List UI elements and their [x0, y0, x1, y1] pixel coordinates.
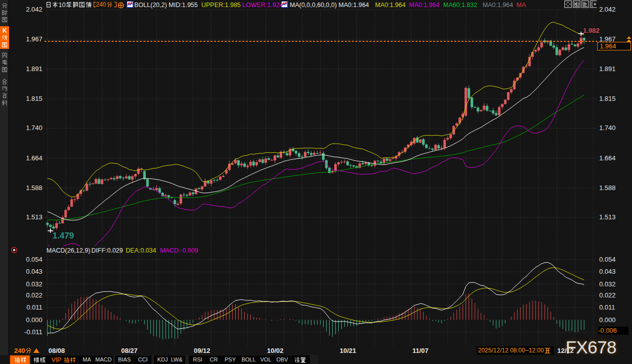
svg-text:VIP: VIP [51, 357, 61, 363]
svg-text:240: 240 [14, 347, 25, 354]
svg-text:240: 240 [96, 2, 106, 8]
svg-text:10: 10 [59, 2, 66, 9]
